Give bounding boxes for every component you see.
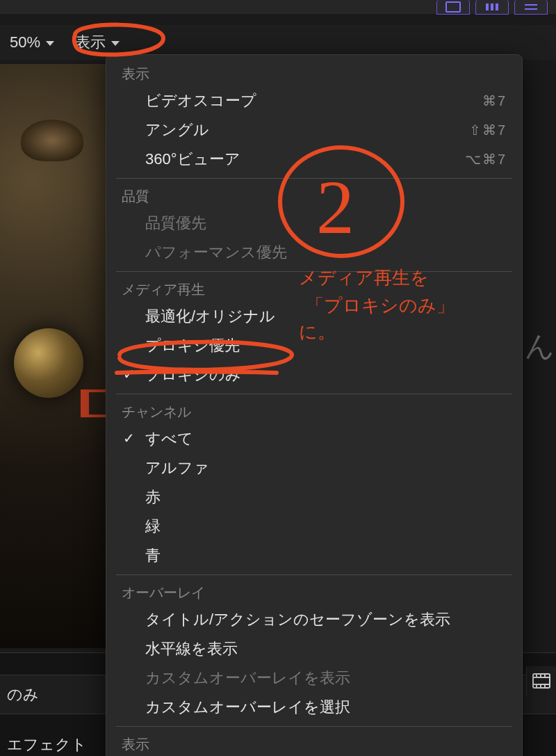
menu-item-label: 最適化/オリジナル	[145, 306, 275, 327]
menu-item-label: 品質優先	[145, 213, 206, 234]
menu-item: パフォーマンス優先	[106, 238, 522, 267]
menu-section-header: オーバーレイ	[106, 579, 522, 605]
zoom-label: 50%	[10, 33, 40, 51]
filmstrip-icon[interactable]	[526, 666, 556, 695]
menu-item[interactable]: 最適化/オリジナル	[106, 302, 522, 331]
menu-item-shortcut: ⌘7	[482, 93, 507, 109]
menu-item-label: パフォーマンス優先	[145, 242, 287, 263]
bottom-strip-4-label: エフェクト	[7, 734, 87, 755]
check-icon: ✓	[123, 430, 135, 447]
menu-item[interactable]: プロキシ優先	[106, 331, 522, 360]
menu-item[interactable]: アングル⇧⌘7	[106, 115, 522, 145]
menu-item-shortcut: ⇧⌘7	[469, 122, 507, 138]
video-preview[interactable]	[0, 64, 108, 648]
menu-section-header: メディア再生	[106, 276, 522, 302]
menu-item-label: タイトル/アクションのセーフゾーンを表示	[145, 609, 450, 630]
menu-item-label: 緑	[145, 516, 161, 537]
menu-item-label: 360°ビューア	[145, 149, 240, 170]
menu-item-label: 水平線を表示	[145, 638, 238, 659]
menu-divider	[116, 394, 512, 394]
menu-item-label: 赤	[145, 487, 161, 508]
menu-divider	[116, 178, 512, 179]
menu-item-label: プロキシのみ	[145, 364, 241, 385]
menu-item[interactable]: 緑	[106, 512, 522, 541]
menu-item[interactable]: タイトル/アクションのセーフゾーンを表示	[106, 605, 522, 634]
panel-sliders-button[interactable]	[514, 0, 548, 15]
menu-section-header: 表示	[106, 731, 522, 756]
panel-rect-button[interactable]	[436, 0, 470, 15]
menu-item[interactable]: 360°ビューア⌥⌘7	[106, 145, 522, 174]
display-label: 表示	[75, 32, 106, 53]
menu-item[interactable]: 赤	[106, 483, 522, 512]
menu-item-label: アルファ	[145, 458, 209, 478]
display-menu: 表示ビデオスコープ⌘7アングル⇧⌘7360°ビューア⌥⌘7品質品質優先パフォーマ…	[106, 54, 523, 756]
menu-item[interactable]: 青	[106, 541, 522, 570]
bottom-strip-2-label: のみ	[7, 684, 39, 705]
chevron-down-icon	[46, 41, 54, 46]
check-icon: ✓	[123, 366, 135, 383]
menu-item-label: カスタムオーバーレイを表示	[145, 668, 350, 689]
menu-section-header: 表示	[106, 61, 522, 86]
menu-divider	[116, 271, 512, 272]
menu-item-shortcut: ⌥⌘7	[465, 151, 507, 168]
menu-section-header: 品質	[106, 183, 522, 209]
menu-item: カスタムオーバーレイを表示	[106, 663, 522, 693]
menu-item[interactable]: ✓プロキシのみ	[106, 360, 522, 389]
menu-divider	[116, 574, 512, 575]
display-dropdown[interactable]: 表示	[68, 29, 126, 56]
zoom-dropdown[interactable]: 50%	[3, 31, 61, 54]
menu-item-label: すべて	[145, 428, 193, 449]
menu-item: 品質優先	[106, 209, 522, 238]
panel-buttons	[436, 0, 548, 15]
menu-item[interactable]: 水平線を表示	[106, 634, 522, 663]
menu-item-label: カスタムオーバーレイを選択	[145, 697, 350, 718]
menu-item[interactable]: ビデオスコープ⌘7	[106, 86, 522, 115]
menu-divider	[116, 726, 512, 727]
menu-item[interactable]: アルファ	[106, 453, 522, 483]
truncated-text: ん	[525, 327, 555, 366]
menu-item-label: プロキシ優先	[145, 335, 240, 356]
chevron-down-icon	[111, 41, 120, 46]
menu-item-label: 青	[145, 545, 161, 566]
menu-item[interactable]: ✓すべて	[106, 424, 522, 453]
menu-section-header: チャンネル	[106, 399, 522, 424]
panel-grid-button[interactable]	[475, 0, 509, 15]
menu-item-label: ビデオスコープ	[145, 90, 256, 111]
hue-marker	[81, 389, 108, 417]
menu-item-label: アングル	[145, 120, 209, 140]
menu-item[interactable]: カスタムオーバーレイを選択	[106, 693, 522, 722]
